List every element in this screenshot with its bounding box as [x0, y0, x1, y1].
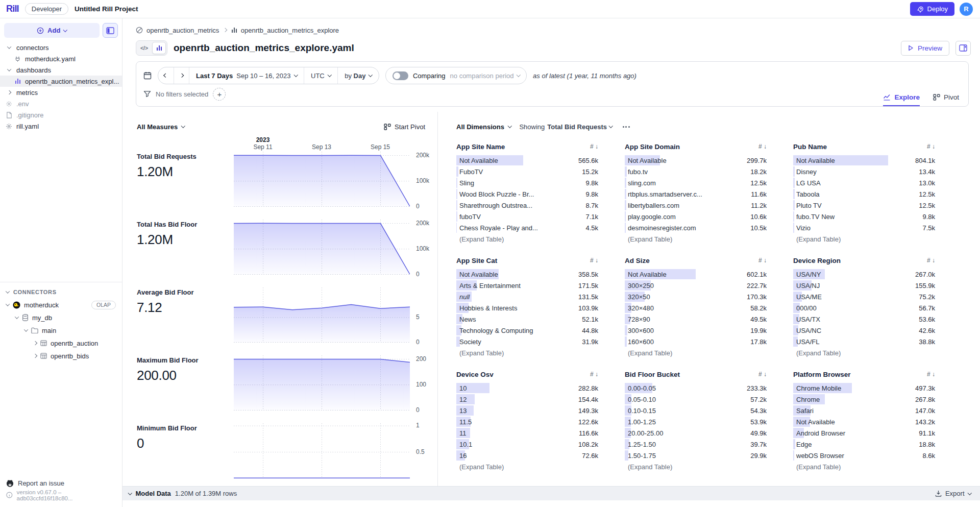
leaderboard-row-1-00-1-25[interactable]: 1.00-1.2553.9k — [625, 416, 767, 427]
leaderboard-row-1-25-1-50[interactable]: 1.25-1.5039.7k — [625, 439, 767, 450]
leaderboard-row-not-available[interactable]: Not Available804.1k — [793, 155, 935, 166]
leaderboard-row-chess-royale-play-and[interactable]: Chess Royale - Play and...4.5k — [456, 222, 598, 233]
leaderboard-row-disney[interactable]: Disney13.4k — [793, 166, 935, 177]
code-view-button[interactable]: </> — [137, 42, 151, 54]
leaderboard-row-not-available[interactable]: Not Available299.7k — [625, 155, 767, 166]
leaderboard-row-fubo-tv[interactable]: fubo.tv18.2k — [625, 166, 767, 177]
leaderboard-title[interactable]: Platform Browser — [793, 371, 851, 378]
all-dimensions-selector[interactable]: All Dimensions — [456, 123, 511, 131]
leaderboard-row-desmoinesregister-com[interactable]: desmoinesregister.com10.5k — [625, 222, 767, 233]
connector-motherduck[interactable]: motherduck OLAP — [0, 299, 122, 311]
leaderboard-row-play-google-com[interactable]: play.google.com10.6k — [625, 211, 767, 222]
measure-label[interactable]: Total Bid Requests — [137, 153, 234, 160]
time-range-forward-button[interactable] — [174, 67, 189, 84]
leaderboard-row-0-10-0-15[interactable]: 0.10-0.1554.3k — [625, 405, 767, 416]
timezone-selector[interactable]: UTC — [304, 67, 337, 84]
expand-table-link[interactable]: (Expand Table) — [793, 349, 935, 357]
leaderboard-row-000-00[interactable]: 000/0056.7k — [793, 302, 935, 313]
leaderboard-row-hobbies-interests[interactable]: Hobbies & Interests103.9k — [456, 302, 598, 313]
leaderboard-row-sling[interactable]: Sling9.8k — [456, 177, 598, 188]
add-filter-button[interactable]: + — [213, 88, 226, 101]
leaderboard-row-usa-nc[interactable]: USA/NC42.6k — [793, 325, 935, 336]
sidebar-item-dashboards[interactable]: dashboards — [0, 64, 122, 76]
leaderboard-title[interactable]: App Site Domain — [625, 143, 680, 151]
leaderboard-row-fubotv[interactable]: FuboTV15.2k — [456, 166, 598, 177]
leaderboard-row-20-00-25-00[interactable]: 20.00-25.0049.9k — [625, 427, 767, 439]
leaderboard-title[interactable]: Device Region — [793, 257, 841, 264]
model-data-toggle[interactable]: Model Data 1.20M of 1.39M rows — [129, 490, 237, 497]
leaderboard-title[interactable]: App Site Name — [456, 143, 505, 151]
leaderboard-row-pluto-tv[interactable]: Pluto TV12.5k — [793, 200, 935, 211]
leaderboard-row-usa-nj[interactable]: USA/NJ155.9k — [793, 280, 935, 291]
sort-control[interactable]: # ↓ — [758, 143, 767, 150]
start-pivot-button[interactable]: Start Pivot — [384, 123, 425, 131]
leaderboard-row-usa-fl[interactable]: USA/FL38.8k — [793, 336, 935, 347]
calendar-icon[interactable] — [143, 71, 152, 80]
table-openrtb-bids[interactable]: openrtb_bids — [0, 350, 122, 363]
leaderboard-row-safari[interactable]: Safari147.0k — [793, 405, 935, 416]
leaderboard-row-libertyballers-com[interactable]: libertyballers.com11.2k — [625, 200, 767, 211]
leaderboard-row-13[interactable]: 13149.3k — [456, 405, 598, 416]
avatar[interactable]: R — [960, 3, 973, 16]
sidebar-item-rill-yaml[interactable]: rill.yaml — [0, 120, 122, 132]
leaderboard-row-0-00-0-05[interactable]: 0.00-0.05233.3k — [625, 382, 767, 394]
area-chart-total-has-bid-floor[interactable] — [234, 220, 410, 275]
measure-label[interactable]: Minimum Bid Floor — [137, 424, 234, 432]
leaderboard-row-vizio[interactable]: Vizio7.5k — [793, 222, 935, 233]
report-issue-link[interactable]: Report an issue — [6, 477, 116, 489]
leaderboard-row-not-available[interactable]: Not Available602.1k — [625, 269, 767, 280]
sort-control[interactable]: # ↓ — [758, 257, 767, 264]
area-chart-total-bid-requests[interactable] — [234, 152, 410, 207]
leaderboard-row-728-90[interactable]: 728×9049.5k — [625, 313, 767, 325]
sort-control[interactable]: # ↓ — [927, 143, 935, 150]
leaderboard-row-lg-usa[interactable]: LG USA13.0k — [793, 177, 935, 188]
more-options-button[interactable] — [621, 124, 632, 130]
leaderboard-title[interactable]: Device Osv — [456, 371, 494, 378]
deploy-button[interactable]: Deploy — [910, 2, 954, 16]
expand-table-link[interactable]: (Expand Table) — [456, 235, 598, 243]
leaderboard-row-usa-ny[interactable]: USA/NY267.0k — [793, 269, 935, 280]
leaderboard-row-not-available[interactable]: Not Available358.5k — [456, 269, 598, 280]
schema-main[interactable]: main — [0, 324, 122, 337]
expand-table-link[interactable]: (Expand Table) — [793, 235, 935, 243]
database-my-db[interactable]: my_db — [0, 311, 122, 324]
leaderboard-row-11-5[interactable]: 11.5122.6k — [456, 416, 598, 427]
leaderboard-row-edge[interactable]: Edge18.8k — [793, 439, 935, 450]
sidebar-item-connectors[interactable]: connectors — [0, 42, 122, 53]
area-chart-average-bid-floor[interactable] — [234, 287, 410, 343]
leaderboard-row-160-600[interactable]: 160×60017.8k — [625, 336, 767, 347]
sort-control[interactable]: # ↓ — [590, 371, 598, 378]
sort-control[interactable]: # ↓ — [758, 371, 767, 378]
sidebar-item-env[interactable]: .env — [0, 98, 122, 109]
expand-table-link[interactable]: (Expand Table) — [625, 463, 767, 471]
showing-measure-selector[interactable]: Showing Total Bid Requests — [519, 123, 612, 131]
expand-table-link[interactable]: (Expand Table) — [456, 463, 598, 471]
connectors-section-header[interactable]: CONNECTORS — [0, 285, 122, 299]
leaderboard-row-usa-tx[interactable]: USA/TX53.6k — [793, 313, 935, 325]
sidebar-item-motherduck-yaml[interactable]: motherduck.yaml — [0, 53, 122, 64]
comparison-period-selector[interactable]: no comparison period — [450, 72, 520, 80]
leaderboard-row-android-browser[interactable]: Android Browser91.1k — [793, 427, 935, 439]
toggle-right-panel-button[interactable] — [955, 41, 971, 56]
sort-control[interactable]: # ↓ — [927, 257, 935, 264]
expand-table-link[interactable]: (Expand Table) — [456, 349, 598, 357]
expand-table-link[interactable]: (Expand Table) — [625, 235, 767, 243]
leaderboard-row-rtbplus-smartadserver-c[interactable]: rtbplus.smartadserver.c...11.6k — [625, 188, 767, 200]
tab-pivot[interactable]: Pivot — [933, 93, 959, 106]
leaderboard-row-300-600[interactable]: 300×60019.9k — [625, 325, 767, 336]
export-button[interactable]: Export — [935, 490, 971, 497]
leaderboard-row-320-50[interactable]: 320×50170.3k — [625, 291, 767, 302]
tab-explore[interactable]: Explore — [883, 93, 920, 106]
leaderboard-row-society[interactable]: Society31.9k — [456, 336, 598, 347]
expand-table-link[interactable]: (Expand Table) — [625, 349, 767, 357]
comparing-toggle[interactable] — [393, 71, 408, 80]
leaderboard-row-sling-com[interactable]: sling.com12.5k — [625, 177, 767, 188]
leaderboard-row-news[interactable]: News52.1k — [456, 313, 598, 325]
measure-label[interactable]: Maximum Bid Floor — [137, 356, 234, 364]
leaderboard-title[interactable]: Ad Size — [625, 257, 650, 264]
measure-label[interactable]: Average Bid Floor — [137, 288, 234, 296]
leaderboard-row-wood-block-puzzle-br[interactable]: Wood Block Puzzle - Br...9.8k — [456, 188, 598, 200]
leaderboard-row-16[interactable]: 1672.6k — [456, 450, 598, 461]
leaderboard-row-webos-browser[interactable]: webOS Browser8.6k — [793, 450, 935, 461]
leaderboard-title[interactable]: App Site Cat — [456, 257, 497, 264]
